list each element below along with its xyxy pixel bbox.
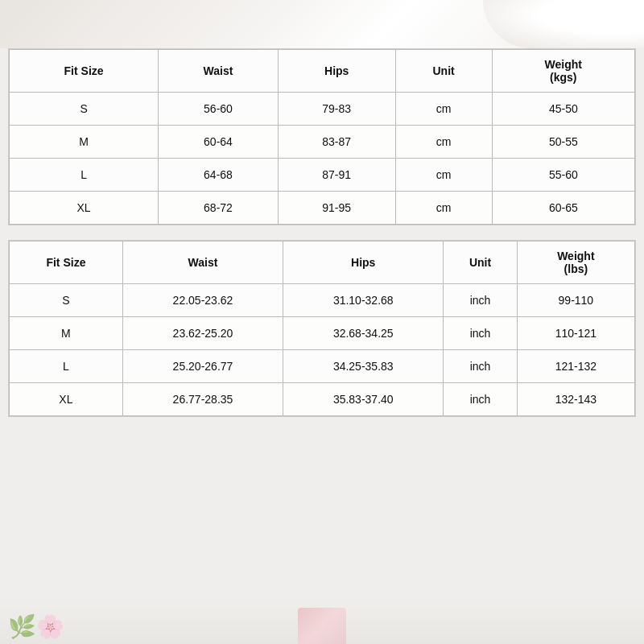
table-row: L 25.20-26.77 34.25-35.83 inch 121-132 [10, 350, 635, 383]
col-header-hips-2: Hips [283, 242, 444, 284]
cell-weight: 132-143 [517, 383, 634, 416]
cell-fit-size: L [10, 159, 159, 192]
col-header-waist-1: Waist [159, 50, 279, 93]
cell-fit-size: M [10, 317, 123, 350]
cell-hips: 79-83 [278, 93, 395, 126]
cell-unit: cm [395, 126, 492, 159]
col-header-waist-2: Waist [122, 242, 283, 284]
cell-fit-size: L [10, 350, 123, 383]
cell-waist: 60-64 [159, 126, 279, 159]
cm-table-wrapper: Fit Size Waist Hips Unit Weight(kgs) S 5… [8, 48, 636, 225]
flower-icon: 🌿🌸 [8, 613, 64, 640]
cell-weight: 110-121 [517, 317, 634, 350]
table-row: M 23.62-25.20 32.68-34.25 inch 110-121 [10, 317, 635, 350]
cell-waist: 25.20-26.77 [122, 350, 283, 383]
table-row: S 22.05-23.62 31.10-32.68 inch 99-110 [10, 284, 635, 317]
col-header-unit-1: Unit [395, 50, 492, 93]
cell-hips: 91-95 [278, 192, 395, 225]
inch-table-header-row: Fit Size Waist Hips Unit Weight(lbs) [10, 242, 635, 284]
cell-waist: 26.77-28.35 [122, 383, 283, 416]
bottom-decoration: 🌿🌸 [0, 600, 644, 644]
cm-size-table: Fit Size Waist Hips Unit Weight(kgs) S 5… [9, 49, 635, 225]
cell-unit: inch [444, 383, 517, 416]
cell-weight: 55-60 [492, 159, 634, 192]
cell-weight: 121-132 [517, 350, 634, 383]
cell-weight: 45-50 [492, 93, 634, 126]
cell-fit-size: XL [10, 383, 123, 416]
col-header-weight-kgs: Weight(kgs) [492, 50, 634, 93]
table-row: L 64-68 87-91 cm 55-60 [10, 159, 635, 192]
main-content: Fit Size Waist Hips Unit Weight(kgs) S 5… [0, 48, 644, 440]
fabric-decoration [298, 608, 346, 644]
col-header-weight-lbs: Weight(lbs) [517, 242, 634, 284]
cell-hips: 87-91 [278, 159, 395, 192]
cell-fit-size: S [10, 284, 123, 317]
table-row: XL 68-72 91-95 cm 60-65 [10, 192, 635, 225]
cell-hips: 83-87 [278, 126, 395, 159]
cell-unit: inch [444, 350, 517, 383]
cell-waist: 56-60 [159, 93, 279, 126]
cell-hips: 35.83-37.40 [283, 383, 444, 416]
col-header-hips-1: Hips [278, 50, 395, 93]
cell-hips: 32.68-34.25 [283, 317, 444, 350]
cm-table-header-row: Fit Size Waist Hips Unit Weight(kgs) [10, 50, 635, 93]
cell-fit-size: S [10, 93, 159, 126]
inch-table-wrapper: Fit Size Waist Hips Unit Weight(lbs) S 2… [8, 240, 636, 417]
inch-size-table: Fit Size Waist Hips Unit Weight(lbs) S 2… [9, 241, 635, 416]
cell-weight: 60-65 [492, 192, 634, 225]
col-header-fit-size-2: Fit Size [10, 242, 123, 284]
col-header-fit-size-1: Fit Size [10, 50, 159, 93]
cell-weight: 50-55 [492, 126, 634, 159]
cell-unit: inch [444, 317, 517, 350]
cell-unit: cm [395, 192, 492, 225]
cell-fit-size: XL [10, 192, 159, 225]
cell-weight: 99-110 [517, 284, 634, 317]
cell-unit: cm [395, 159, 492, 192]
cell-fit-size: M [10, 126, 159, 159]
cell-hips: 34.25-35.83 [283, 350, 444, 383]
table-row: S 56-60 79-83 cm 45-50 [10, 93, 635, 126]
cell-waist: 22.05-23.62 [122, 284, 283, 317]
cup-decoration [483, 0, 644, 48]
col-header-unit-2: Unit [444, 242, 517, 284]
table-row: M 60-64 83-87 cm 50-55 [10, 126, 635, 159]
cell-unit: cm [395, 93, 492, 126]
cell-waist: 64-68 [159, 159, 279, 192]
cell-waist: 68-72 [159, 192, 279, 225]
top-decoration [0, 0, 644, 48]
cell-hips: 31.10-32.68 [283, 284, 444, 317]
table-row: XL 26.77-28.35 35.83-37.40 inch 132-143 [10, 383, 635, 416]
cell-unit: inch [444, 284, 517, 317]
cell-waist: 23.62-25.20 [122, 317, 283, 350]
